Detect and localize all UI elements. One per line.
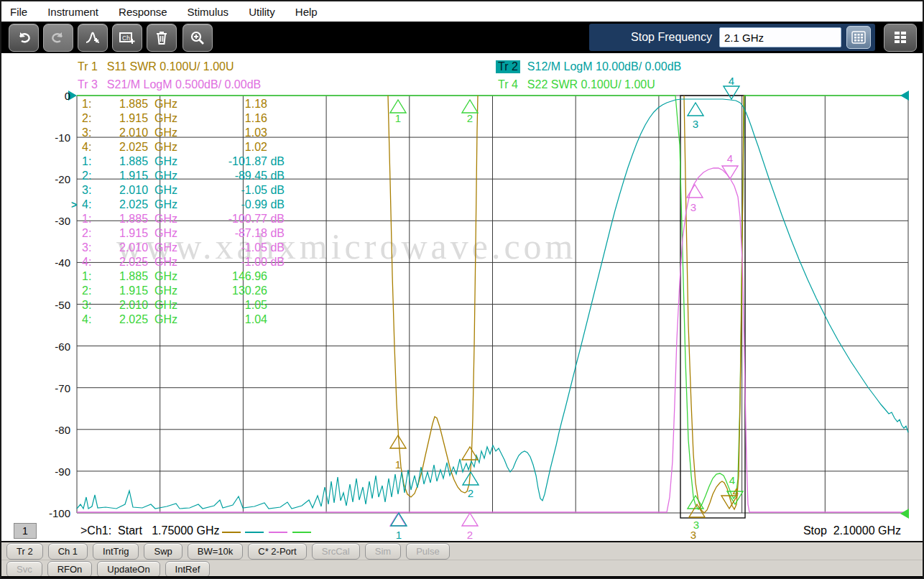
marker-num-cell: 3: <box>82 298 119 312</box>
y-tick-label: -20 <box>33 173 70 187</box>
marker-num-cell: 2: <box>82 284 119 298</box>
softkey-row-2: SvcRFOnUpdateOnIntRef <box>1 560 923 578</box>
trace-format-label: S21/M LogM 0.500dB/ 0.00dB <box>107 78 261 91</box>
menu-item-file[interactable]: File <box>10 6 27 18</box>
marker-num-cell: 4: <box>82 312 119 327</box>
marker-row: 1:1.885 GHz1.18 <box>82 97 289 111</box>
marker-unit-cell: dB <box>267 255 289 269</box>
marker-val-cell: -89.45 <box>205 169 267 183</box>
marker-row: 4:2.025 GHz1.02 <box>82 140 289 154</box>
marker-val-cell: 130.26 <box>205 284 267 298</box>
softkey-c-2-port[interactable]: C* 2-Port <box>248 543 306 560</box>
marker-row: 1:1.885 GHz-101.87 dB <box>82 154 289 169</box>
softkey-tr-2[interactable]: Tr 2 <box>6 543 43 560</box>
softkey-rfon[interactable]: RFOn <box>47 561 93 578</box>
marker-freq-cell: 1.885 GHz <box>119 269 205 284</box>
marker-freq-cell: 1.885 GHz <box>119 97 205 111</box>
softkey-row-1: Tr 2Ch 1IntTrigSwpBW=10kC* 2-PortSrcCalS… <box>1 542 923 560</box>
zoom-in-button[interactable] <box>183 24 213 52</box>
marker-num-cell: 2: <box>82 169 119 183</box>
trace-header-tr2[interactable]: Tr 2S12/M LogM 10.00dB/ 0.00dB <box>496 60 681 75</box>
marker-val-cell: -1.00 <box>205 255 267 269</box>
softkey-inttrig[interactable]: IntTrig <box>93 543 139 560</box>
svg-text:3: 3 <box>690 201 696 213</box>
delete-button[interactable] <box>147 24 177 52</box>
undo-button[interactable] <box>9 24 39 52</box>
svg-text:2: 2 <box>468 487 473 499</box>
marker-row: 1:1.885 GHz-100.77 dB <box>82 212 289 226</box>
svg-text:4: 4 <box>729 75 734 87</box>
marker-num-cell: 1: <box>82 269 119 284</box>
channel-badge[interactable]: 1 <box>14 523 37 539</box>
softkey-intref[interactable]: IntRef <box>165 561 211 578</box>
trace-id-badge[interactable]: Tr 3 <box>75 78 100 91</box>
softkey-sim[interactable]: Sim <box>365 543 401 560</box>
trace-id-badge[interactable]: Tr 4 <box>496 78 520 91</box>
softkey-updateon[interactable]: UpdateOn <box>97 561 160 578</box>
marker-unit-cell: dB <box>267 154 289 169</box>
trace-id-badge[interactable]: Tr 2 <box>496 60 520 73</box>
marker-val-cell: -1.05 <box>205 183 267 198</box>
marker-row: 4:2.025 GHz-1.00 dB <box>82 255 289 269</box>
marker-freq-cell: 2.010 GHz <box>119 126 205 140</box>
y-tick-label: -40 <box>33 256 70 271</box>
window-layout-button[interactable] <box>884 24 917 52</box>
marker-freq-cell: 2.025 GHz <box>119 198 205 212</box>
legend-dash-tr4 <box>292 532 311 533</box>
marker-unit-cell: dB <box>267 212 289 226</box>
softkey-svc[interactable]: Svc <box>6 561 42 578</box>
y-tick-label: -100 <box>33 507 70 522</box>
trace-id-badge[interactable]: Tr 1 <box>75 60 100 73</box>
menu-bar: FileInstrumentResponseStimulusUtilityHel… <box>1 1 923 22</box>
stop-frequency-label: Stop Frequency <box>589 31 712 44</box>
trace-header-tr3[interactable]: Tr 3S21/M LogM 0.500dB/ 0.00dB <box>75 78 261 93</box>
marker-unit-cell: dB <box>267 183 289 198</box>
window-bottom-edge <box>1 576 923 579</box>
marker-freq-cell: 2.010 GHz <box>119 183 205 198</box>
marker-row: 2:1.915 GHz-87.18 dB <box>82 226 289 241</box>
softkey-pulse[interactable]: Pulse <box>406 543 450 560</box>
redo-button[interactable] <box>43 24 73 52</box>
softkey-bw-10k[interactable]: BW=10k <box>188 543 244 560</box>
keypad-icon[interactable] <box>846 26 871 49</box>
marker-num-cell: 4: <box>82 198 119 212</box>
svg-text:4: 4 <box>727 152 733 165</box>
active-marker-indicator: > <box>71 199 77 210</box>
marker-freq-cell: 2.025 GHz <box>119 312 205 327</box>
menu-item-stimulus[interactable]: Stimulus <box>188 6 229 18</box>
svg-text:4: 4 <box>733 486 739 498</box>
menu-item-help[interactable]: Help <box>295 6 318 18</box>
softkey-swp[interactable]: Swp <box>144 543 182 560</box>
menu-item-response[interactable]: Response <box>119 6 167 18</box>
marker-unit-cell <box>267 126 289 140</box>
marker-unit-cell <box>267 269 289 284</box>
marker-val-cell: -1.05 <box>205 241 267 255</box>
menu-item-instrument[interactable]: Instrument <box>47 6 98 18</box>
softkey-ch-1[interactable]: Ch 1 <box>48 543 88 560</box>
svg-text:4: 4 <box>729 474 735 486</box>
top-toolbar: Ch Stop Frequency <box>1 22 923 53</box>
marker-row: 2:1.915 GHz-89.45 dB <box>82 169 289 183</box>
y-tick-label: -60 <box>33 341 70 355</box>
trace-header-tr1[interactable]: Tr 1S11 SWR 0.100U/ 1.00U <box>75 60 234 75</box>
vna-application-window: FileInstrumentResponseStimulusUtilityHel… <box>0 0 924 579</box>
stop-frequency-input[interactable] <box>719 27 841 47</box>
softkey-srccal[interactable]: SrcCal <box>312 543 360 560</box>
marker-unit-cell: dB <box>267 169 289 183</box>
marker-unit-cell <box>267 284 289 298</box>
marker-num-cell: 2: <box>82 226 119 241</box>
trace-format-label: S12/M LogM 10.00dB/ 0.00dB <box>527 60 681 73</box>
marker-unit-cell: dB <box>267 241 289 255</box>
menu-item-utility[interactable]: Utility <box>249 6 275 18</box>
marker-row: 2:1.915 GHz130.26 <box>82 284 289 298</box>
marker-freq-cell: 1.915 GHz <box>119 226 205 241</box>
marker-num-cell: 4: <box>82 140 119 154</box>
add-channel-button[interactable]: Ch <box>112 24 142 52</box>
plot-section[interactable]: www.xahxmicrowave.com 12341342341234 Tr … <box>1 53 923 541</box>
marker-freq-cell: 1.885 GHz <box>119 154 205 169</box>
svg-text:3: 3 <box>693 519 699 531</box>
marker-num-cell: 3: <box>82 241 119 255</box>
marker-num-cell: 1: <box>82 97 119 111</box>
add-marker-button[interactable] <box>78 24 108 52</box>
trace-header-tr4[interactable]: Tr 4S22 SWR 0.100U/ 1.00U <box>496 78 655 93</box>
